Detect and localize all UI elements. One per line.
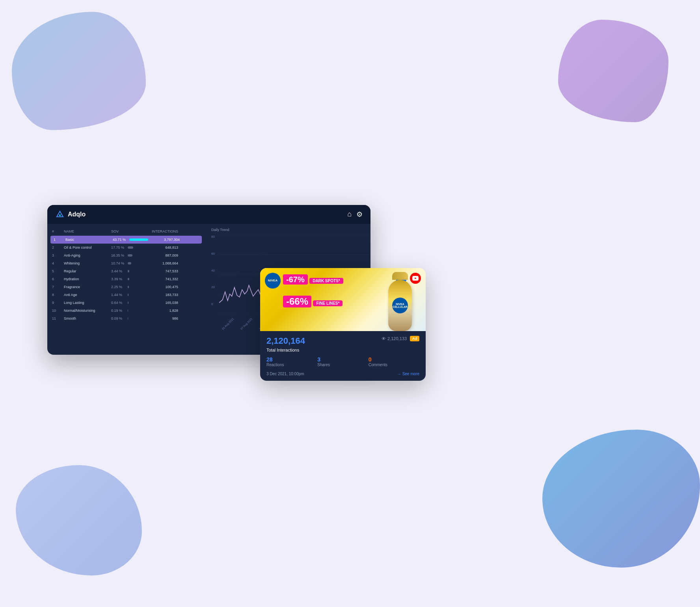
cell-interactions: 986 bbox=[147, 317, 178, 320]
shares-value: 3 bbox=[317, 356, 368, 363]
nivea-card: NIVEA f -67% DARK SPOTS* -66% FINE LINES… bbox=[260, 268, 426, 381]
cell-sov: 3.44 % bbox=[111, 269, 147, 273]
cell-interactions: 100,475 bbox=[147, 285, 178, 289]
cell-sov: 2.25 % bbox=[111, 285, 147, 289]
cell-num: 11 bbox=[52, 317, 64, 320]
logo-area: Adqlo bbox=[55, 210, 86, 219]
cell-name: Anti Age bbox=[64, 293, 111, 297]
background-blob-bottom-left bbox=[16, 465, 142, 575]
cell-name: Whitening bbox=[64, 261, 111, 265]
x-label-2: 07 Aug 2021 bbox=[240, 317, 253, 330]
settings-icon[interactable]: ⚙ bbox=[356, 210, 363, 219]
adqlo-logo-icon bbox=[55, 210, 65, 219]
table-row[interactable]: 9 Long Lasting 0.64 % 165,038 bbox=[47, 299, 205, 307]
cell-name: Basic bbox=[65, 238, 113, 242]
svg-point-1 bbox=[59, 214, 61, 216]
dark-spots-label: DARK SPOTS* bbox=[309, 278, 343, 284]
fine-lines-container: -66% FINE LINES* bbox=[283, 296, 343, 307]
table-row[interactable]: 5 Regular 3.44 % 747,533 bbox=[47, 267, 205, 275]
cell-interactions: 1,828 bbox=[147, 309, 178, 313]
cell-num: 7 bbox=[52, 285, 64, 289]
background-blob-top-right bbox=[558, 20, 668, 122]
col-interactions: Interactions bbox=[147, 229, 178, 233]
cell-sov: 1.44 % bbox=[111, 293, 147, 297]
cell-interactions: 887,009 bbox=[147, 253, 178, 257]
cell-interactions: 648,813 bbox=[147, 246, 178, 250]
shares-label: Shares bbox=[317, 363, 368, 367]
cell-interactions: 741,332 bbox=[147, 277, 178, 281]
comments-value: 0 bbox=[369, 356, 419, 363]
reactions-label: Reactions bbox=[266, 363, 317, 367]
x-label-1: 01 Aug 2021 bbox=[222, 317, 235, 330]
reactions-metric: 28 Reactions bbox=[266, 356, 317, 367]
y-label-0: 0 bbox=[211, 302, 215, 306]
comments-label: Comments bbox=[369, 363, 419, 367]
col-name: Name bbox=[64, 229, 111, 233]
ad-badge: Ad bbox=[410, 336, 419, 341]
cell-interactions: 183,733 bbox=[147, 293, 178, 297]
col-sov: SoV bbox=[111, 229, 147, 233]
col-num: # bbox=[52, 229, 64, 233]
table-row[interactable]: 11 Smooth 0.09 % 986 bbox=[47, 315, 205, 322]
cell-sov: 0.09 % bbox=[111, 317, 147, 320]
table-row[interactable]: 10 Normal/Moisturising 0.19 % 1,828 bbox=[47, 307, 205, 315]
cell-sov: 43.71 % bbox=[113, 238, 148, 242]
reactions-value: 28 bbox=[266, 356, 317, 363]
cell-sov: 10.74 % bbox=[111, 261, 147, 265]
y-label-80: 80 bbox=[211, 235, 215, 238]
metrics-row: 28 Reactions 3 Shares 0 Comments bbox=[266, 356, 419, 367]
y-label-20: 20 bbox=[211, 285, 215, 289]
table-row[interactable]: 6 Hydration 3.39 % 741,332 bbox=[47, 275, 205, 283]
home-icon[interactable]: ⌂ bbox=[347, 210, 352, 219]
background-blob-bottom-right bbox=[542, 430, 700, 568]
chart-y-labels: 80 60 40 20 0 bbox=[211, 235, 215, 306]
see-more-link[interactable]: → See more bbox=[397, 372, 419, 376]
cell-name: Oil & Pore control bbox=[64, 246, 111, 250]
cell-num: 9 bbox=[52, 301, 64, 305]
header-icons: ⌂ ⚙ bbox=[347, 210, 363, 219]
cell-num: 1 bbox=[54, 238, 65, 242]
table-section: # Name SoV Interactions 1 Basic 43.71 % bbox=[47, 224, 205, 355]
cell-num: 8 bbox=[52, 293, 64, 297]
cell-num: 5 bbox=[52, 269, 64, 273]
chart-title: Daily Trend bbox=[211, 228, 364, 232]
table-row[interactable]: 8 Anti Age 1.44 % 183,733 bbox=[47, 291, 205, 299]
dashboard-header: Adqlo ⌂ ⚙ bbox=[47, 205, 370, 224]
view-count: 👁 2,120,133 bbox=[382, 336, 407, 341]
table-row[interactable]: 1 Basic 43.71 % 3,797,304 bbox=[50, 236, 202, 244]
cell-sov: 0.19 % bbox=[111, 309, 147, 313]
post-date: 3 Dec 2021, 10:00pm bbox=[266, 372, 304, 376]
cell-num: 4 bbox=[52, 261, 64, 265]
nivea-footer: 3 Dec 2021, 10:00pm → See more bbox=[266, 370, 419, 376]
cell-name: Smooth bbox=[64, 317, 111, 320]
right-stats: 👁 2,120,133 Ad bbox=[382, 336, 419, 341]
nivea-stats: 2,120,164 👁 2,120,133 Ad Total Interacti… bbox=[260, 331, 426, 381]
cell-sov: 16.35 % bbox=[111, 253, 147, 257]
cell-name: Normal/Moisturising bbox=[64, 309, 111, 313]
cell-sov: 17.75 % bbox=[111, 246, 147, 250]
cell-name: Fragrance bbox=[64, 285, 111, 289]
cell-interactions: 747,533 bbox=[147, 269, 178, 273]
cell-name: Regular bbox=[64, 269, 111, 273]
nivea-badge: NIVEA bbox=[265, 273, 281, 289]
cell-num: 2 bbox=[52, 246, 64, 250]
fine-lines-percent: -66% bbox=[283, 296, 311, 307]
cell-name: Long Lasting bbox=[64, 301, 111, 305]
nivea-bottle: NIVEACELLULAR bbox=[382, 272, 418, 329]
cell-num: 6 bbox=[52, 277, 64, 281]
total-interactions-label: Total Interactions bbox=[266, 348, 419, 352]
total-interactions-number: 2,120,164 bbox=[266, 336, 305, 346]
cell-name: Hydration bbox=[64, 277, 111, 281]
table-row[interactable]: 2 Oil & Pore control 17.75 % 648,813 bbox=[47, 244, 205, 251]
shares-metric: 3 Shares bbox=[317, 356, 368, 367]
table-row[interactable]: 3 Anti-Aging 16.35 % 887,009 bbox=[47, 251, 205, 259]
table-row[interactable]: 4 Whitening 10.74 % 1,068,664 bbox=[47, 259, 205, 267]
eye-icon: 👁 bbox=[382, 336, 386, 341]
cell-interactions: 165,038 bbox=[147, 301, 178, 305]
table-header: # Name SoV Interactions bbox=[47, 228, 205, 235]
table-row[interactable]: 7 Fragrance 2.25 % 100,475 bbox=[47, 283, 205, 291]
y-label-40: 40 bbox=[211, 269, 215, 272]
cell-num: 10 bbox=[52, 309, 64, 313]
fine-lines-label: FINE LINES* bbox=[313, 300, 343, 306]
nivea-badge-text: NIVEA bbox=[268, 279, 277, 282]
